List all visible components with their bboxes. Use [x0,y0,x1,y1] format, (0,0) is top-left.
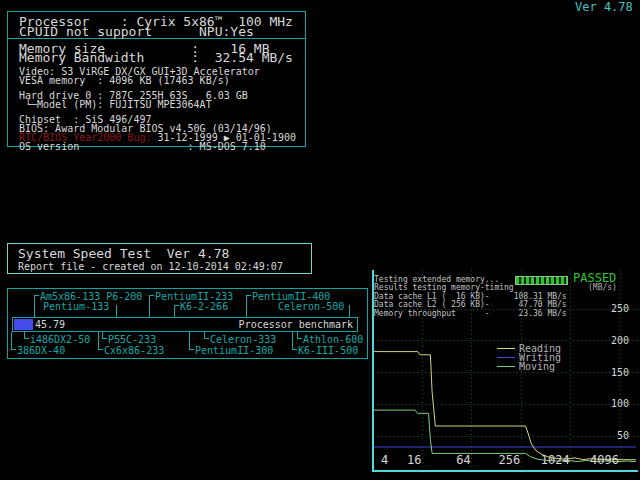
legend-label: Moving [519,362,555,371]
cpu-label: K6-III-500 [298,346,358,355]
cpu-label: Celeron-333 [210,335,276,344]
cpu-tick [204,332,209,339]
axis-label-y: 50 [597,431,629,440]
cpu-tick [246,295,251,317]
info-line: └─Model (PM): FUJITSU MPE3064AT [19,100,212,109]
cpu-tick [189,332,194,350]
cpu-label: Celeron-500 [278,302,344,311]
legend-swatch-writing [497,357,515,358]
cpu-label: P55C-233 [108,335,156,344]
cpu-label: Cx6x86-233 [104,346,164,355]
cpu-tick [98,332,103,350]
app-title-panel: System Speed Test Ver 4.78 Report file -… [7,243,312,274]
benchmark-label: Processor benchmark [239,320,353,329]
axis-label-x: 1024 [541,455,570,465]
info-line: Memory Bandwidth : 32.54 MB/s [19,53,293,63]
cpu-label: 386DX-40 [17,346,65,355]
axis-label-x: 64 [456,455,470,465]
axis-label-y: 150 [597,368,629,377]
axis-label-x: 4096 [590,455,619,465]
cpu-label: Am5x86-133 P6-200 [40,292,142,301]
cpu-label: PentiumII-400 [252,292,330,301]
version-label: Ver 4.78 [575,2,633,12]
cpu-label: PentiumII-233 [155,292,233,301]
cpu-tick [24,332,29,339]
info-line: OS version : MS-DOS 7.10 [19,142,266,151]
axis-label-y: 100 [597,399,629,408]
chart-left-axis [372,270,374,472]
info-line: VESA memory : 4096 KB (17463 KB/s) [19,76,230,85]
app-title: System Speed Test Ver 4.78 [18,249,229,259]
axis-label-y: 200 [597,336,629,345]
chart-bottom-axis [372,470,638,472]
axis-label-x: 256 [499,455,521,465]
system-info-panel: Processor : Cyrix 5x86™ 100 MHzCPUID not… [7,11,306,147]
cpu-tick [174,305,179,317]
cpu-label: Pentium-133 [43,302,109,311]
cpu-label: i486DX2-50 [30,335,90,344]
cpu-tick [34,295,39,317]
cpu-label: Athlon-600 [303,335,363,344]
legend-swatch-reading [497,348,515,349]
cpu-label: PentiumII-300 [195,346,273,355]
cpu-tick [149,295,154,317]
cpu-tick [116,305,117,317]
processor-benchmark-panel: 45.79 Processor benchmark Am5x86-133 P6-… [7,288,368,359]
cpu-tick [292,332,297,350]
info-line: CPUID not support NPU:Yes [19,27,254,37]
axis-label-x: 4 [381,455,388,465]
cpu-label: K6-2-266 [180,302,228,311]
benchmark-bar-fill [14,319,33,330]
benchmark-value: 45.79 [35,320,65,329]
cpu-tick [349,305,350,317]
report-file-line: Report file - created on 12-10-2014 02:4… [18,262,283,271]
benchmark-bar: 45.79 Processor benchmark [12,317,358,332]
cpu-tick [11,332,16,350]
cpu-tick [297,332,302,339]
axis-label-x: 16 [407,455,421,465]
screen: Ver 4.78 Processor : Cyrix 5x86™ 100 MHz… [0,0,640,480]
legend-swatch-moving [497,366,515,367]
axis-label-y: 250 [597,304,629,313]
